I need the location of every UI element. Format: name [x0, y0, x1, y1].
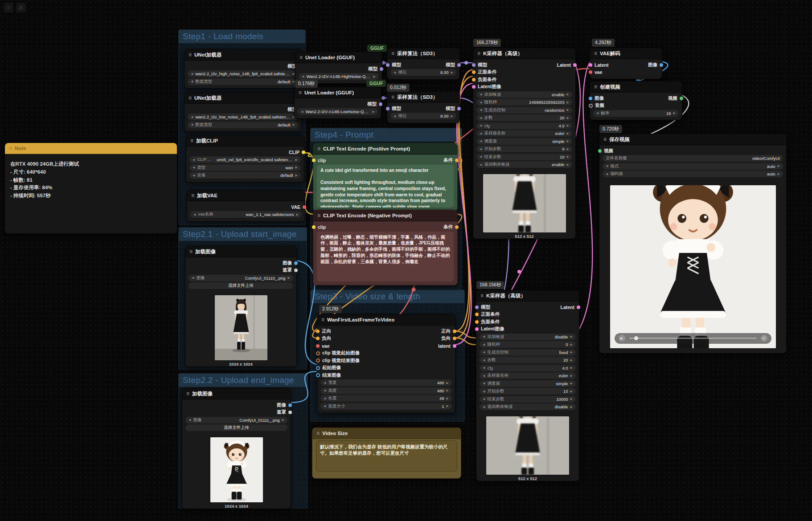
input-port-dot[interactable] — [386, 107, 390, 110]
node-menu-icon[interactable]: ≡ — [191, 193, 194, 198]
combo-left-arrow-icon[interactable]: ◀ — [483, 374, 485, 378]
reroute-dot[interactable] — [517, 270, 521, 273]
widget-vae名称[interactable]: ◀vae名称wan_2.1_vae.safetensors▶ — [190, 211, 302, 218]
output-port-dot[interactable] — [288, 403, 292, 407]
node-header[interactable]: ≡UNet加载器 — [185, 49, 301, 61]
widget-随机种[interactable]: ◀随机种0▶ — [480, 341, 576, 348]
combo-right-arrow-icon[interactable]: ▶ — [778, 172, 780, 176]
combo-left-arrow-icon[interactable]: ◀ — [394, 114, 396, 118]
node-menu-icon[interactable]: ≡ — [190, 138, 193, 143]
output-port-dot[interactable] — [453, 337, 456, 340]
input-port-dot[interactable] — [475, 320, 479, 324]
widget-采样器名称[interactable]: ◀采样器名称euler▶ — [480, 372, 576, 379]
widget-批量大小[interactable]: ◀批量大小1▶ — [320, 403, 452, 410]
fullscreen-icon[interactable]: ⊡ — [761, 335, 767, 342]
combo-left-arrow-icon[interactable]: ◀ — [480, 116, 482, 120]
combo-right-arrow-icon[interactable]: ▶ — [567, 116, 569, 120]
output-port-dot[interactable] — [380, 67, 383, 71]
node-unet-loader-gguf-low[interactable]: ≡Unet Loader (GGUF) 模型◀Wan2.2-I2V-A14B-L… — [294, 87, 381, 119]
input-port-dot[interactable] — [316, 358, 320, 362]
node-menu-icon[interactable]: ≡ — [189, 95, 192, 101]
widget-返回剩余噪波[interactable]: ◀返回剩余噪波disable▶ — [480, 403, 576, 410]
combo-right-arrow-icon[interactable]: ▶ — [778, 164, 780, 168]
combo-right-arrow-icon[interactable]: ▶ — [295, 158, 298, 162]
node-load-vae[interactable]: ≡加载VAE VAE◀vae名称wan_2.1_vae.safetensors▶ — [187, 190, 305, 222]
combo-left-arrow-icon[interactable]: ◀ — [483, 335, 485, 338]
group-header[interactable]: Step3 - Video size & length — [311, 290, 464, 303]
combo-right-arrow-icon[interactable]: ▶ — [570, 343, 573, 346]
node-header[interactable]: ≡加载图像 — [182, 388, 291, 399]
combo-right-arrow-icon[interactable]: ▶ — [570, 358, 573, 362]
combo-left-arrow-icon[interactable]: ◀ — [606, 164, 608, 168]
combo-left-arrow-icon[interactable]: ◀ — [606, 172, 608, 176]
widget-cfg[interactable]: ◀cfg4.0▶ — [480, 365, 576, 371]
combo-right-arrow-icon[interactable]: ▶ — [567, 124, 569, 127]
widget-调度器[interactable]: ◀调度器simple▶ — [480, 380, 576, 387]
node-header[interactable]: ≡加载CLIP — [186, 135, 304, 147]
widget-结束步数[interactable]: ◀结束步数10▶ — [476, 154, 572, 160]
input-port-dot[interactable] — [589, 70, 592, 74]
node-header[interactable]: ≡WanFirstLastFrameToVideo — [317, 314, 455, 326]
combo-right-arrow-icon[interactable]: ▶ — [288, 276, 290, 280]
input-port-dot[interactable] — [472, 78, 476, 81]
node-header[interactable]: ≡加载VAE — [187, 190, 305, 201]
input-port-dot[interactable] — [312, 225, 316, 229]
combo-right-arrow-icon[interactable]: ▶ — [295, 174, 298, 177]
combo-right-arrow-icon[interactable]: ▶ — [282, 418, 284, 422]
output-port-dot[interactable] — [303, 205, 306, 209]
combo-left-arrow-icon[interactable]: ◀ — [193, 158, 195, 162]
input-port-dot[interactable] — [316, 373, 320, 377]
node-header[interactable]: ≡加载图像 — [185, 246, 296, 257]
widget-cfg[interactable]: ◀cfg4.0▶ — [476, 122, 572, 129]
widget-步数[interactable]: ◀步数20▶ — [476, 114, 572, 121]
combo-left-arrow-icon[interactable]: ◀ — [193, 174, 195, 177]
input-port-dot[interactable] — [472, 85, 476, 89]
output-port-dot[interactable] — [288, 411, 292, 414]
node-menu-icon[interactable]: ≡ — [321, 317, 324, 322]
widget-随机种[interactable]: ◀随机种245986226592203▶ — [476, 99, 572, 106]
output-port-dot[interactable] — [577, 305, 580, 309]
widget-Wan2.2-I2V-A14B-LowNoise-Q4_K_S ...[interactable]: ◀Wan2.2-I2V-A14B-LowNoise-Q4_K_S ...▶ — [298, 108, 378, 115]
widget-文件名前缀[interactable]: 文件名前缀video/ComfyUI — [603, 155, 783, 162]
combo-right-arrow-icon[interactable]: ▶ — [570, 335, 573, 338]
combo-left-arrow-icon[interactable]: ◀ — [480, 132, 482, 135]
combo-right-arrow-icon[interactable]: ▶ — [373, 75, 376, 78]
input-port-dot[interactable] — [316, 337, 320, 340]
node-load-image-start[interactable]: ≡加载图像 图像遮罩◀图像ComfyUI_01110_.png▶选择文件上传 1… — [185, 246, 297, 367]
widget-宽度[interactable]: ◀宽度480▶ — [320, 379, 452, 386]
node-model-sampling-sd3-high[interactable]: ≡采样算法（SD3） 模型模型◀移位8.00▶ — [387, 48, 460, 80]
combo-left-arrow-icon[interactable]: ◀ — [189, 418, 191, 422]
widget-开始步数[interactable]: ◀开始步数10▶ — [480, 388, 576, 395]
node-menu-icon[interactable]: ≡ — [299, 90, 302, 95]
combo-right-arrow-icon[interactable]: ▶ — [451, 114, 453, 118]
combo-left-arrow-icon[interactable]: ◀ — [480, 139, 482, 143]
node-menu-icon[interactable]: ≡ — [603, 137, 607, 142]
input-port-dot[interactable] — [589, 97, 592, 100]
node-menu-icon[interactable]: ≡ — [317, 213, 320, 218]
combo-left-arrow-icon[interactable]: ◀ — [191, 80, 193, 83]
output-port-dot[interactable] — [680, 97, 683, 100]
node-note[interactable]: ≡Note 在RTX 4090 24GB上进行测试 - 尺寸: 640*640 … — [4, 142, 177, 234]
combo-right-arrow-icon[interactable]: ▶ — [567, 147, 569, 151]
output-port-dot[interactable] — [453, 344, 456, 348]
combo-right-arrow-icon[interactable]: ▶ — [570, 382, 573, 385]
node-menu-icon[interactable]: ≡ — [391, 94, 394, 100]
group-header[interactable]: Step2.2 - Upload end_image — [179, 374, 308, 387]
widget-格式[interactable]: ◀格式auto▶ — [603, 163, 783, 170]
node-graph-canvas[interactable]: ≡ ⊞ Step1 - Load models Step2.1 - Upload… — [0, 0, 812, 521]
node-menu-icon[interactable]: ≡ — [189, 249, 193, 254]
combo-right-arrow-icon[interactable]: ▶ — [567, 93, 569, 96]
widget-高度[interactable]: ◀高度480▶ — [320, 387, 452, 394]
combo-left-arrow-icon[interactable]: ◀ — [480, 101, 482, 104]
node-header[interactable]: ≡采样算法（SD3） — [387, 92, 459, 103]
node-header[interactable]: ≡保存视频 — [599, 134, 786, 145]
combo-left-arrow-icon[interactable]: ◀ — [483, 397, 485, 401]
video-seek-slider[interactable] — [629, 338, 757, 339]
combo-left-arrow-icon[interactable]: ◀ — [193, 213, 196, 216]
node-header[interactable]: ≡Unet Loader (GGUF) — [295, 87, 381, 98]
widget-图像[interactable]: ◀图像ComfyUI_01111_.png▶ — [185, 417, 287, 423]
input-port-dot[interactable] — [386, 63, 390, 67]
reroute-dot[interactable] — [464, 61, 468, 65]
combo-left-arrow-icon[interactable]: ◀ — [483, 366, 485, 370]
node-header[interactable]: ≡VAE解码 — [590, 48, 662, 59]
